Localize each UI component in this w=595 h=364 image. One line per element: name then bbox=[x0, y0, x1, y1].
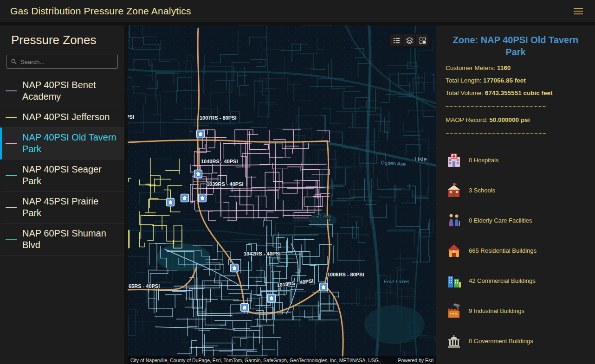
facility-label: 9 Industrial Buildings bbox=[469, 307, 524, 314]
station-marker[interactable] bbox=[199, 194, 207, 202]
zone-item-seager-park[interactable]: NAP 40PSI Seager Park bbox=[0, 160, 124, 192]
map-attribution: City of Naperville, County of DuPage, Es… bbox=[128, 356, 436, 364]
facility-row-government: 0 Government Buildings bbox=[446, 326, 586, 356]
tilde-divider: ~~~~~~~~~~~~~~~~~~~~~~~~ bbox=[446, 103, 586, 110]
station-marker[interactable] bbox=[320, 283, 328, 291]
app-title: Gas Distribution Pressure Zone Analytics bbox=[10, 6, 191, 17]
industrial-icon bbox=[446, 303, 462, 319]
facility-label: 0 Government Buildings bbox=[469, 338, 533, 345]
map-view[interactable]: 80PSI1007RS - 80PSI1040RS - 40PSI1039RS … bbox=[128, 26, 436, 364]
zone-color-line bbox=[6, 117, 17, 118]
zone-item-jefferson[interactable]: NAP 40PSI Jefferson bbox=[0, 107, 124, 128]
facility-row-industrial: 9 Industrial Buildings bbox=[446, 296, 586, 326]
zone-details-panel: Zone: NAP 40PSI Old Tavern Park Customer… bbox=[436, 26, 595, 364]
zone-color-line bbox=[6, 90, 17, 91]
pipe-label: 1007RS - 80PSI bbox=[200, 115, 237, 121]
station-marker[interactable] bbox=[194, 170, 202, 178]
pipe-label: 65RS - 40PSI bbox=[129, 283, 160, 289]
stat-value: 1160 bbox=[497, 64, 511, 71]
zone-details-title: Zone: NAP 40PSI Old Tavern Park bbox=[446, 34, 586, 58]
residential-icon bbox=[446, 243, 462, 259]
stat-total-volume: Total Volume: 6743.355551 cubic feet bbox=[446, 89, 586, 96]
menu-icon[interactable] bbox=[572, 6, 585, 16]
tilde-divider: ~~~~~~~~~~~~~~~~~~~~~~~~ bbox=[446, 130, 586, 137]
pressure-zones-panel: Pressure Zones NAP 40PSI Benet Academy N… bbox=[0, 26, 124, 364]
search-input[interactable] bbox=[20, 58, 114, 65]
hospital-icon bbox=[446, 152, 462, 169]
station-marker[interactable] bbox=[268, 294, 276, 302]
map-toolbar bbox=[389, 33, 430, 48]
app-window: Gas Distribution Pressure Zone Analytics… bbox=[0, 0, 595, 364]
zone-item-old-tavern-park[interactable]: NAP 40PSI Old Tavern Park bbox=[0, 128, 124, 160]
zone-item-label: NAP 40PSI Benet Academy bbox=[22, 79, 120, 102]
facility-row-hospitals: 0 Hospitals bbox=[446, 145, 586, 175]
zone-item-label: NAP 40PSI Seager Park bbox=[22, 164, 120, 187]
pipe-label: 1039RS - 40PSI bbox=[207, 181, 244, 187]
zone-item-prairie-park[interactable]: NAP 45PSI Prairie Park bbox=[0, 192, 124, 224]
zone-item-benet-academy[interactable]: NAP 40PSI Benet Academy bbox=[0, 75, 124, 107]
facility-label: 0 Hospitals bbox=[469, 157, 498, 164]
facility-row-residential: 665 Residential Buildings bbox=[446, 236, 586, 266]
stat-label: Customer Meters: bbox=[446, 64, 495, 71]
stat-value: 6743.355551 cubic feet bbox=[485, 89, 553, 96]
facility-label: 42 Commercial Buildings bbox=[469, 277, 536, 284]
layers-icon[interactable] bbox=[403, 34, 415, 46]
facility-row-commercial: 42 Commercial Buildings bbox=[446, 266, 586, 296]
station-marker[interactable] bbox=[181, 194, 189, 202]
legend-icon[interactable] bbox=[390, 34, 402, 46]
zone-item-label: NAP 60PSI Shuman Blvd bbox=[22, 228, 120, 251]
search-icon bbox=[11, 58, 17, 65]
zone-item-label: NAP 45PSI Prairie Park bbox=[22, 196, 120, 219]
station-marker[interactable] bbox=[241, 304, 249, 312]
street-label: Four Lakes bbox=[384, 279, 410, 284]
pipe-label: 1040RS - 40PSI bbox=[201, 159, 238, 164]
school-icon bbox=[446, 182, 462, 199]
pipe-label: 80PSI bbox=[128, 114, 134, 120]
government-icon bbox=[446, 333, 462, 350]
stat-value: 177056.85 feet bbox=[483, 77, 526, 84]
zone-item-label: NAP 40PSI Old Tavern Park bbox=[22, 132, 120, 155]
zone-list: NAP 40PSI Benet Academy NAP 40PSI Jeffer… bbox=[0, 75, 124, 255]
attribution-text: City of Naperville, County of DuPage, Es… bbox=[130, 358, 383, 363]
facility-label: 665 Residential Buildings bbox=[469, 247, 537, 254]
zone-item-label: NAP 40PSI Jefferson bbox=[22, 111, 110, 123]
facility-row-schools: 3 Schools bbox=[446, 175, 586, 205]
zone-search-box[interactable] bbox=[6, 55, 118, 69]
elderly-care-icon bbox=[446, 212, 462, 229]
stat-label: MAOP Record: bbox=[446, 116, 488, 123]
zone-item-shuman-blvd[interactable]: NAP 60PSI Shuman Blvd bbox=[0, 224, 124, 255]
facility-label: 0 Elderly Care Facilities bbox=[469, 217, 532, 224]
street-label: Lisle bbox=[414, 156, 427, 163]
stat-customer-meters: Customer Meters: 1160 bbox=[446, 64, 586, 71]
station-marker[interactable] bbox=[197, 130, 205, 138]
zone-color-line bbox=[6, 143, 17, 144]
basemap-icon[interactable] bbox=[416, 34, 428, 46]
pipe-label: 1042RS - 40PSI bbox=[244, 251, 281, 256]
main-content: Pressure Zones NAP 40PSI Benet Academy N… bbox=[0, 22, 595, 364]
stat-maop-record: MAOP Record: 50.000000 psi bbox=[446, 116, 586, 123]
panel-title: Pressure Zones bbox=[0, 26, 124, 55]
powered-by-esri: Powered by Esri bbox=[398, 358, 433, 363]
facility-row-elderly-care: 0 Elderly Care Facilities bbox=[446, 205, 586, 236]
zone-color-line bbox=[6, 175, 17, 176]
facility-label: 3 Schools bbox=[469, 187, 495, 194]
stat-value: 50.000000 psi bbox=[489, 116, 530, 123]
pipe-label: 1006RS - 80PSI bbox=[327, 272, 364, 277]
stat-label: Total Length: bbox=[446, 77, 481, 84]
facility-list: 0 Hospitals bbox=[446, 145, 586, 356]
app-header: Gas Distribution Pressure Zone Analytics bbox=[0, 0, 595, 22]
zone-color-line bbox=[6, 207, 17, 208]
stat-total-length: Total Length: 177056.85 feet bbox=[446, 77, 586, 84]
zone-color-line bbox=[6, 239, 17, 240]
commercial-icon bbox=[446, 273, 462, 289]
station-marker[interactable] bbox=[231, 264, 239, 272]
stat-label: Total Volume: bbox=[446, 89, 483, 96]
map-canvas[interactable]: 80PSI1007RS - 80PSI1040RS - 40PSI1039RS … bbox=[128, 26, 436, 364]
station-marker[interactable] bbox=[167, 198, 175, 206]
street-label: Rott Creek bbox=[311, 215, 332, 219]
